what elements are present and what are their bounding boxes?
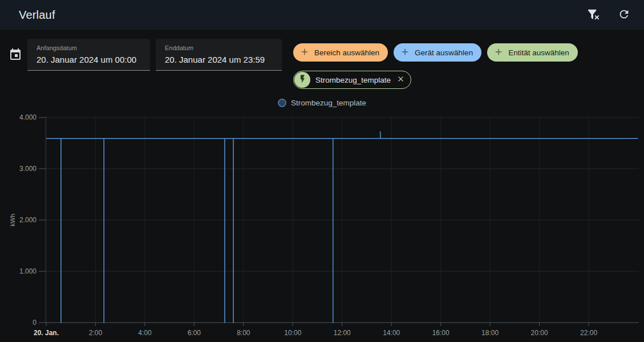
svg-text:16:00: 16:00 bbox=[432, 329, 449, 337]
add-device-chip[interactable]: Gerät auswählen bbox=[394, 43, 481, 62]
refresh-button[interactable] bbox=[613, 4, 635, 26]
svg-text:1.000: 1.000 bbox=[19, 267, 37, 275]
close-icon bbox=[396, 75, 405, 85]
start-date-label: Anfangsdatum bbox=[37, 44, 141, 52]
end-date-label: Enddatum bbox=[165, 44, 273, 52]
entity-avatar bbox=[294, 72, 310, 88]
svg-text:8:00: 8:00 bbox=[237, 329, 250, 337]
calendar-button[interactable] bbox=[7, 47, 24, 64]
plus-icon bbox=[400, 47, 415, 59]
svg-text:4.000: 4.000 bbox=[19, 113, 37, 121]
add-area-chip-label: Bereich auswählen bbox=[314, 48, 379, 57]
app-header: Verlauf bbox=[0, 0, 644, 30]
start-date-field[interactable]: Anfangsdatum 20. Januar 2024 um 00:00 bbox=[27, 39, 150, 71]
add-entity-chip[interactable]: Entität auswählen bbox=[487, 43, 578, 62]
header-actions bbox=[582, 4, 644, 26]
svg-text:2:00: 2:00 bbox=[89, 329, 103, 337]
legend-marker-icon bbox=[278, 99, 286, 107]
remove-entity-button[interactable] bbox=[394, 74, 407, 86]
legend-item[interactable]: Strombezug_template bbox=[278, 99, 366, 107]
flash-icon bbox=[298, 74, 307, 86]
start-date-value: 20. Januar 2024 um 00:00 bbox=[37, 54, 141, 66]
filter-remove-icon bbox=[587, 8, 600, 22]
svg-text:2.000: 2.000 bbox=[19, 216, 37, 224]
filter-chip-row: Bereich auswählen Gerät auswählen Entitä… bbox=[293, 43, 578, 62]
chart-legend: Strombezug_template bbox=[0, 99, 644, 107]
calendar-icon bbox=[9, 48, 22, 63]
add-area-chip[interactable]: Bereich auswählen bbox=[293, 43, 388, 62]
svg-text:3.000: 3.000 bbox=[19, 165, 37, 173]
end-date-value: 20. Januar 2024 um 23:59 bbox=[165, 54, 273, 66]
remove-filters-button[interactable] bbox=[582, 4, 604, 26]
legend-label: Strombezug_template bbox=[291, 99, 366, 107]
svg-text:14:00: 14:00 bbox=[383, 329, 400, 337]
svg-text:18:00: 18:00 bbox=[481, 329, 499, 337]
svg-text:4:00: 4:00 bbox=[138, 329, 152, 337]
end-date-field[interactable]: Enddatum 20. Januar 2024 um 23:59 bbox=[156, 39, 282, 71]
selected-entity-label: Strombezug_template bbox=[315, 76, 391, 84]
svg-text:0: 0 bbox=[33, 319, 37, 327]
add-device-chip-label: Gerät auswählen bbox=[415, 48, 473, 57]
svg-text:10:00: 10:00 bbox=[284, 329, 301, 337]
refresh-icon bbox=[618, 8, 630, 22]
svg-text:6:00: 6:00 bbox=[188, 329, 201, 337]
plus-icon bbox=[493, 47, 508, 59]
svg-text:20:00: 20:00 bbox=[531, 329, 548, 337]
add-entity-chip-label: Entität auswählen bbox=[508, 48, 569, 57]
page-title: Verlauf bbox=[19, 9, 55, 22]
svg-text:kWh: kWh bbox=[9, 214, 16, 226]
svg-text:20. Jan.: 20. Jan. bbox=[34, 329, 59, 337]
plus-icon bbox=[299, 47, 314, 59]
selected-entity-chip[interactable]: Strombezug_template bbox=[293, 71, 411, 89]
svg-text:22:00: 22:00 bbox=[580, 329, 597, 337]
svg-text:12:00: 12:00 bbox=[334, 329, 351, 337]
